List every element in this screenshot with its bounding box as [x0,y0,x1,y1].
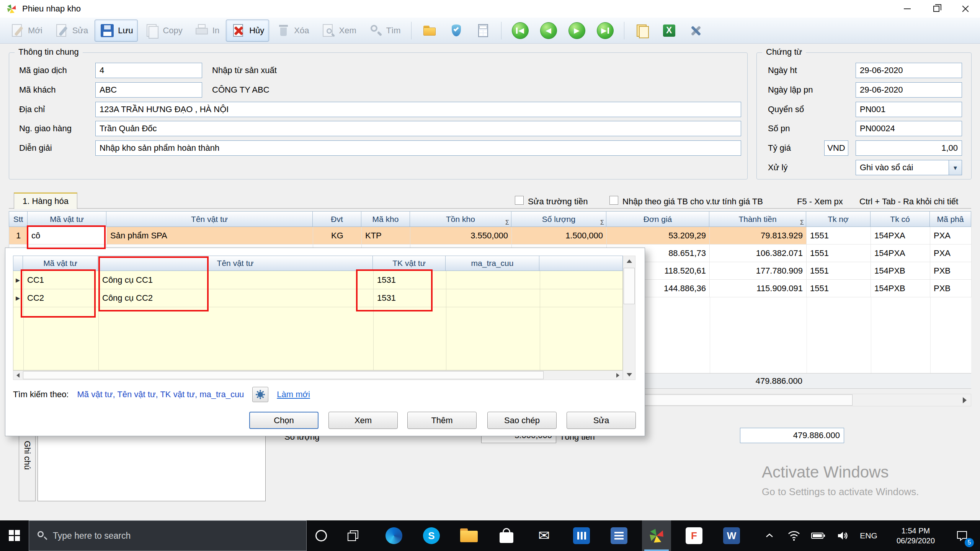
edge-taskbar-button[interactable] [379,520,408,551]
start-button[interactable] [0,520,29,551]
taskbar-search-input[interactable] [53,531,283,541]
sua-button[interactable]: Sửa [567,412,636,429]
nav-previous-icon: ◀ [540,22,557,39]
col-ma-pha[interactable]: Mã phâ [930,211,971,227]
ma-khach-input[interactable] [95,82,202,98]
lookup-col-ma-tra-cuu[interactable]: ma_tra_cuu [446,256,539,271]
minimize-button[interactable] [893,0,922,18]
col-thanh-tien[interactable]: Thành tiềnΣ [709,211,806,227]
find-button[interactable]: Tìm [363,20,406,42]
open-folder-button[interactable] [417,20,442,42]
language-indicator[interactable]: ENG [857,520,880,551]
settings-gear-button[interactable] [252,387,268,402]
new-button[interactable]: Mới [5,20,47,42]
network-tray-button[interactable] [784,520,804,551]
ty-gia-input[interactable] [856,140,962,156]
refresh-link[interactable]: Làm mới [277,390,310,399]
tools-button[interactable] [683,20,709,42]
lookup-col-tk-vat-tu[interactable]: TK vật tư [373,256,446,271]
copy-button[interactable]: Copy [139,20,187,42]
quyen-so-input[interactable] [856,102,962,117]
search-icon [37,530,47,541]
dia-chi-input[interactable] [95,102,741,117]
scrollbar-thumb[interactable] [23,371,544,379]
scroll-right-button[interactable] [613,371,622,380]
attachment-button[interactable] [630,20,655,42]
scroll-down-button[interactable] [623,370,635,380]
col-ten-vat-tu[interactable]: Tên vật tư [106,211,313,227]
clock[interactable]: 1:54 PM 06/29/2020 [885,520,946,551]
nav-last-button[interactable]: ▶ [592,20,619,42]
action-center-button[interactable]: 5 [949,520,975,551]
foxit-taskbar-button[interactable]: F [679,520,709,551]
them-button[interactable]: Thêm [407,412,477,429]
xem-button[interactable]: Xem [328,412,398,429]
grid-row-1[interactable]: 1 cô Sản phẩm SPA KG KTP 3.550,000 1.500… [9,227,971,245]
col-dvt[interactable]: Đvt [313,211,361,227]
nav-previous-button[interactable]: ◀ [535,20,562,42]
export-excel-button[interactable]: X [657,20,682,42]
store-taskbar-button[interactable] [492,520,521,551]
dien-giai-input[interactable] [95,140,741,156]
currency-box[interactable]: VND [824,140,848,156]
scrollbar-thumb[interactable] [624,268,635,304]
ngay-lap-pn-input[interactable] [856,82,962,98]
col-tk-no[interactable]: Tk nợ [806,211,871,227]
document-groupbox: Chứng từ Ngày ht Ngày lập pn Quyển sổ Số… [756,52,972,179]
ma-giao-dich-input[interactable] [95,63,202,78]
task-view-button[interactable] [338,520,368,551]
app-taskbar-button-2[interactable] [604,520,634,551]
scroll-left-button[interactable] [13,371,23,380]
fast-app-taskbar-button[interactable] [642,520,671,551]
print-button[interactable]: In [189,20,224,42]
col-don-gia[interactable]: Đơn giá [606,211,709,227]
nav-next-button[interactable]: ▶ [564,20,590,42]
scroll-right-button[interactable] [958,394,971,406]
sao-chep-button[interactable]: Sao chép [487,412,557,429]
col-ma-vat-tu[interactable]: Mã vật tư [28,211,106,227]
file-explorer-taskbar-button[interactable] [454,520,483,551]
restore-button[interactable] [922,0,951,18]
tray-overflow-button[interactable] [760,520,779,551]
save-button[interactable]: Lưu [95,20,138,42]
close-button[interactable] [951,0,980,18]
calculator-button[interactable] [470,20,496,42]
battery-tray-button[interactable] [808,520,828,551]
cortana-button[interactable] [307,520,336,551]
app-taskbar-button-1[interactable] [567,520,596,551]
volume-tray-button[interactable] [833,520,853,551]
chevron-down-icon[interactable]: ▼ [949,160,962,175]
ng-giao-hang-input[interactable] [95,121,741,136]
word-taskbar-button[interactable]: W [717,520,746,551]
col-ma-kho[interactable]: Mã kho [361,211,410,227]
xu-ly-dropdown[interactable]: Ghi vào sổ cái ▼ [856,160,962,175]
tab-hang-hoa[interactable]: 1. Hàng hóa [14,192,77,209]
sua-truong-tien-checkbox[interactable] [515,196,524,205]
ngay-ht-input[interactable] [856,63,962,78]
verify-button[interactable] [444,20,469,42]
taskbar-search-box[interactable] [29,520,307,551]
chevron-up-icon [766,533,773,538]
speaker-icon [837,531,849,541]
view-button[interactable]: Xem [315,20,361,42]
scroll-up-button[interactable] [623,256,635,266]
cancel-button[interactable]: Hủy [226,20,269,42]
delete-button[interactable]: Xóa [271,20,314,42]
lookup-horizontal-scrollbar[interactable] [13,370,623,380]
skype-taskbar-button[interactable]: S [417,520,446,551]
col-stt[interactable]: Stt [9,211,28,227]
mail-taskbar-button[interactable]: ✉ [529,520,559,551]
lookup-col-ma-vat-tu[interactable]: Mã vật tư [23,256,98,271]
so-pn-input[interactable] [856,121,962,136]
chon-button[interactable]: Chọn [249,412,318,429]
nhap-theo-gia-tb-checkbox[interactable] [609,196,618,205]
col-tk-co[interactable]: Tk có [871,211,930,227]
edit-button[interactable]: Sửa [49,20,93,42]
tab-strip: 1. Hàng hóa Sửa trường tiền Nhập theo gi… [9,192,971,209]
window-title: Phieu nhap kho [22,4,81,14]
nav-first-button[interactable]: ◀ [507,20,534,42]
task-view-icon [347,530,359,541]
col-so-luong[interactable]: Số lượngΣ [511,211,606,227]
col-ton-kho[interactable]: Tồn khoΣ [410,211,511,227]
lookup-vertical-scrollbar[interactable] [623,256,635,380]
